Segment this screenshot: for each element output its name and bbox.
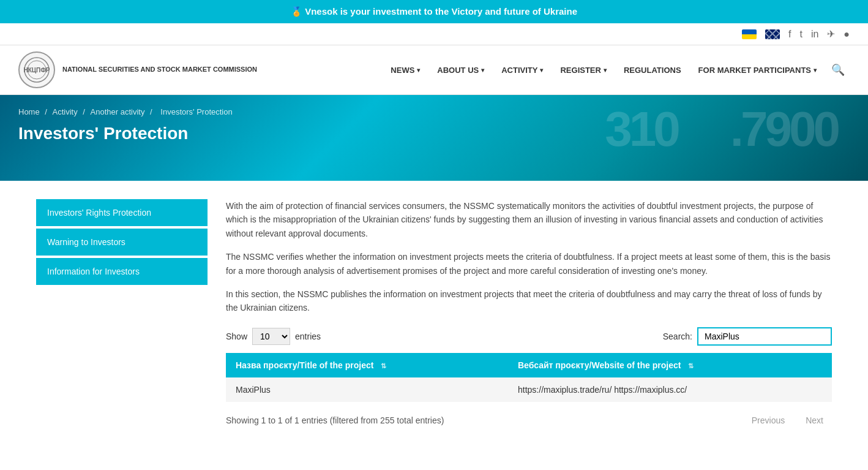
breadcrumb-another[interactable]: Another activity xyxy=(91,107,145,116)
nav-market-participants[interactable]: FOR MARKET PARTICIPANTS ▾ xyxy=(691,61,824,80)
logo-emblem: НКЦПФР xyxy=(18,51,55,88)
nav-news-arrow: ▾ xyxy=(417,67,420,74)
telegram-icon[interactable]: ✈ xyxy=(827,28,835,40)
main-nav: NEWS ▾ ABOUT US ▾ ACTIVITY ▾ REGISTER ▾ … xyxy=(257,58,850,81)
logo-area: НКЦПФР NATIONAL SECURITIES AND STOCK MAR… xyxy=(18,51,257,88)
content-area: With the aim of protection of financial … xyxy=(226,199,832,429)
page-title: Investors' Protection xyxy=(18,124,850,143)
logo-text: NATIONAL SECURITIES AND STOCK MARKET COM… xyxy=(62,65,257,74)
sidebar: Investors' Rights Protection Warning to … xyxy=(36,199,208,429)
instagram-icon[interactable]: ● xyxy=(844,29,850,40)
nav-activity[interactable]: ACTIVITY ▾ xyxy=(494,61,550,80)
flag-ukraine-icon[interactable] xyxy=(742,29,757,39)
breadcrumb-current: Investors' Protection xyxy=(160,107,232,116)
table-header: Назва проєкту/Title of the project ⇅ Веб… xyxy=(226,353,832,377)
show-entries-control: Show 10 25 50 100 entries xyxy=(226,328,321,345)
breadcrumb: Home / Activity / Another activity / Inv… xyxy=(18,107,850,116)
sidebar-item-warning[interactable]: Warning to Investors xyxy=(36,229,208,256)
entries-select[interactable]: 10 25 50 100 xyxy=(252,328,290,345)
table-col-website-label: Вебсайт проєкту/Website of the project xyxy=(518,360,681,370)
nav-activity-arrow: ▾ xyxy=(540,67,543,74)
nav-news[interactable]: NEWS ▾ xyxy=(383,61,427,80)
sidebar-item-rights-label: Investors' Rights Protection xyxy=(47,208,151,218)
nav-about-arrow: ▾ xyxy=(481,67,484,74)
breadcrumb-home[interactable]: Home xyxy=(18,107,40,116)
table-col-title-label: Назва проєкту/Title of the project xyxy=(236,360,373,370)
nav-about[interactable]: ABOUT US ▾ xyxy=(430,61,492,80)
table-controls: Show 10 25 50 100 entries Search: xyxy=(226,327,832,346)
logo-svg: НКЦПФР xyxy=(23,56,50,83)
data-table: Назва проєкту/Title of the project ⇅ Веб… xyxy=(226,353,832,402)
breadcrumb-sep3: / xyxy=(150,107,154,116)
entries-label: entries xyxy=(295,332,321,341)
sort-arrows-title: ⇅ xyxy=(381,362,386,370)
banner-text: Vnesok is your investment to the Victory… xyxy=(305,6,577,17)
pagination-info: Showing 1 to 1 of 1 entries (filtered fr… xyxy=(226,415,444,425)
breadcrumb-sep1: / xyxy=(45,107,49,116)
nav-about-label: ABOUT US xyxy=(437,66,479,75)
sort-arrows-website: ⇅ xyxy=(688,362,694,370)
header: НКЦПФР NATIONAL SECURITIES AND STOCK MAR… xyxy=(0,45,868,95)
pagination-buttons: Previous Next xyxy=(743,412,832,429)
breadcrumb-activity[interactable]: Activity xyxy=(53,107,78,116)
sidebar-item-rights[interactable]: Investors' Rights Protection xyxy=(36,199,208,226)
pagination-prev[interactable]: Previous xyxy=(743,412,793,429)
nav-market-arrow: ▾ xyxy=(814,67,817,74)
flag-uk-icon[interactable] xyxy=(765,29,780,39)
linkedin-icon[interactable]: in xyxy=(811,29,818,40)
table-col-title[interactable]: Назва проєкту/Title of the project ⇅ xyxy=(226,353,508,377)
nav-register-label: REGISTER xyxy=(560,66,600,75)
search-input[interactable] xyxy=(697,327,832,346)
nav-register[interactable]: REGISTER ▾ xyxy=(553,61,613,80)
breadcrumb-sep2: / xyxy=(83,107,87,116)
nav-regulations-label: REGULATIONS xyxy=(624,66,681,75)
top-banner: 🏅 Vnesok is your investment to the Victo… xyxy=(0,0,868,23)
sidebar-item-information[interactable]: Information for Investors xyxy=(36,258,208,285)
table-cell-website: https://maxiplus.trade/ru/ https://maxip… xyxy=(508,377,832,402)
sidebar-item-warning-label: Warning to Investors xyxy=(47,237,125,247)
table-body: MaxiPlus https://maxiplus.trade/ru/ http… xyxy=(226,377,832,402)
show-label: Show xyxy=(226,332,247,341)
hero-banner: 310 .7900 Home / Activity / Another acti… xyxy=(0,95,868,181)
twitter-icon[interactable]: t xyxy=(799,29,802,40)
social-bar: f t in ✈ ● xyxy=(0,23,868,45)
table-row: MaxiPlus https://maxiplus.trade/ru/ http… xyxy=(226,377,832,402)
nav-news-label: NEWS xyxy=(391,66,414,75)
search-icon[interactable]: 🔍 xyxy=(826,58,850,81)
pagination-next[interactable]: Next xyxy=(797,412,832,429)
search-label: Search: xyxy=(663,332,692,341)
nav-activity-label: ACTIVITY xyxy=(501,66,537,75)
content-para-3: In this section, the NSSMC publishes the… xyxy=(226,287,832,315)
main-content: Investors' Rights Protection Warning to … xyxy=(18,199,850,429)
pagination-bar: Showing 1 to 1 of 1 entries (filtered fr… xyxy=(226,412,832,429)
medal-icon: 🏅 xyxy=(291,6,302,17)
table-col-website[interactable]: Вебсайт проєкту/Website of the project ⇅ xyxy=(508,353,832,377)
nav-regulations[interactable]: REGULATIONS xyxy=(616,61,689,80)
table-cell-title: MaxiPlus xyxy=(226,377,508,402)
nav-market-label: FOR MARKET PARTICIPANTS xyxy=(698,66,811,75)
search-control: Search: xyxy=(663,327,832,346)
content-para-2: The NSSMC verifies whether the informati… xyxy=(226,250,832,278)
content-para-1: With the aim of protection of financial … xyxy=(226,199,832,240)
nav-register-arrow: ▾ xyxy=(604,67,607,74)
facebook-icon[interactable]: f xyxy=(788,29,791,40)
sidebar-item-information-label: Information for Investors xyxy=(47,267,140,276)
svg-text:НКЦПФР: НКЦПФР xyxy=(23,67,50,74)
